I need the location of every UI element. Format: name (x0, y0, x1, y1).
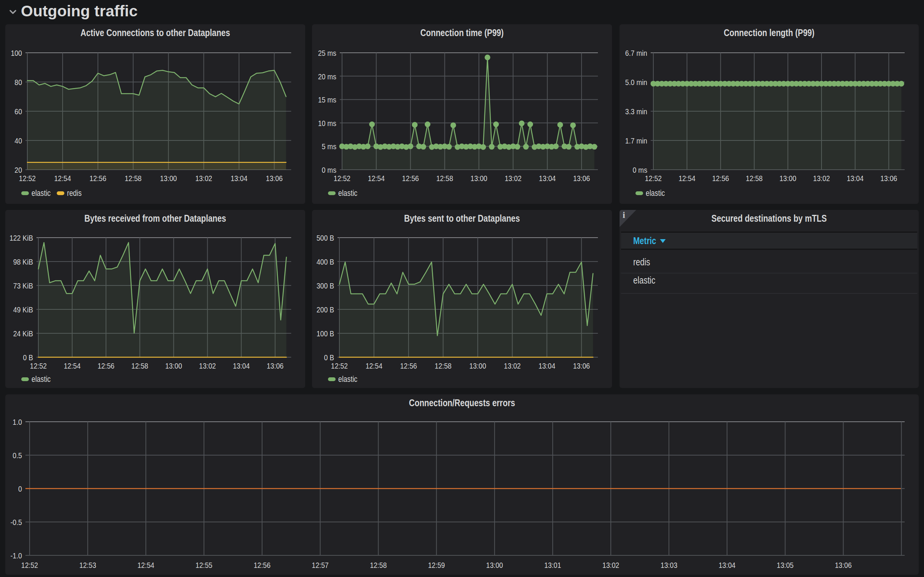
svg-text:13:04: 13:04 (539, 174, 556, 182)
svg-text:13:00: 13:00 (486, 561, 503, 569)
svg-text:12:59: 12:59 (428, 561, 445, 569)
svg-text:12:56: 12:56 (98, 361, 114, 370)
svg-text:13:06: 13:06 (835, 561, 851, 569)
svg-text:300 B: 300 B (317, 281, 334, 290)
svg-text:12:56: 12:56 (712, 174, 729, 182)
svg-text:0 B: 0 B (324, 353, 334, 362)
svg-text:13:02: 13:02 (504, 361, 521, 370)
svg-text:i: i (622, 210, 625, 220)
svg-text:100 B: 100 B (317, 329, 334, 338)
svg-text:Metric: Metric (633, 235, 656, 247)
svg-text:elastic: elastic (338, 374, 358, 384)
svg-text:13:04: 13:04 (538, 361, 555, 370)
svg-text:12:53: 12:53 (79, 561, 96, 569)
svg-text:13:04: 13:04 (847, 174, 864, 182)
svg-text:Connection/Requests errors: Connection/Requests errors (409, 397, 515, 408)
svg-text:13:00: 13:00 (470, 174, 487, 182)
svg-text:13:05: 13:05 (777, 561, 793, 569)
svg-text:13:00: 13:00 (779, 174, 796, 182)
svg-text:13:04: 13:04 (231, 174, 248, 182)
svg-text:12:54: 12:54 (678, 174, 695, 182)
svg-text:13:02: 13:02 (505, 174, 521, 182)
svg-text:0: 0 (18, 484, 22, 493)
svg-text:12:54: 12:54 (368, 174, 385, 182)
svg-text:12:52: 12:52 (334, 174, 350, 182)
svg-text:12:56: 12:56 (400, 361, 417, 370)
svg-text:13:02: 13:02 (603, 561, 619, 569)
svg-text:12:54: 12:54 (366, 361, 383, 370)
svg-text:40: 40 (15, 136, 22, 145)
svg-text:5.0 min: 5.0 min (625, 78, 647, 87)
svg-text:elastic: elastic (338, 188, 358, 198)
svg-text:1.7 min: 1.7 min (625, 136, 647, 145)
svg-text:12:58: 12:58 (125, 174, 142, 182)
svg-text:13:00: 13:00 (160, 174, 177, 182)
svg-text:13:06: 13:06 (266, 174, 282, 182)
svg-text:60: 60 (15, 107, 22, 116)
svg-text:-1.0: -1.0 (10, 551, 22, 560)
svg-text:100: 100 (11, 48, 22, 57)
svg-text:12:52: 12:52 (19, 174, 35, 182)
svg-text:1.0: 1.0 (13, 417, 22, 426)
svg-text:elastic: elastic (646, 188, 665, 198)
svg-text:20: 20 (15, 166, 22, 174)
svg-text:12:56: 12:56 (253, 561, 270, 569)
svg-text:13:02: 13:02 (195, 174, 212, 182)
svg-text:12:54: 12:54 (137, 561, 155, 569)
svg-text:98 KiB: 98 KiB (13, 257, 33, 266)
svg-text:12:58: 12:58 (435, 361, 452, 370)
svg-text:13:01: 13:01 (544, 561, 561, 569)
svg-text:Connection length (P99): Connection length (P99) (724, 27, 814, 38)
svg-text:12:52: 12:52 (30, 361, 47, 370)
svg-text:12:58: 12:58 (131, 361, 148, 370)
svg-text:5 ms: 5 ms (322, 142, 336, 151)
svg-text:12:57: 12:57 (312, 561, 328, 569)
svg-text:12:54: 12:54 (54, 174, 71, 182)
svg-text:12:58: 12:58 (370, 561, 387, 569)
svg-text:elastic: elastic (633, 274, 655, 286)
svg-text:0.5: 0.5 (13, 451, 22, 460)
svg-text:6.7 min: 6.7 min (625, 48, 647, 57)
svg-text:12:56: 12:56 (402, 174, 419, 182)
svg-text:13:04: 13:04 (233, 361, 250, 370)
svg-text:24 KiB: 24 KiB (13, 329, 33, 338)
svg-text:12:52: 12:52 (331, 361, 348, 370)
svg-text:Active Connections to other Da: Active Connections to other Dataplanes (81, 27, 230, 38)
svg-text:12:58: 12:58 (746, 174, 763, 182)
svg-text:13:03: 13:03 (661, 561, 677, 569)
svg-text:-0.5: -0.5 (10, 518, 22, 527)
svg-text:13:06: 13:06 (267, 361, 284, 370)
svg-text:13:00: 13:00 (165, 361, 182, 370)
svg-text:500 B: 500 B (317, 234, 334, 242)
svg-text:13:00: 13:00 (469, 361, 486, 370)
svg-text:Secured destinations by mTLS: Secured destinations by mTLS (711, 213, 827, 224)
svg-text:122 KiB: 122 KiB (10, 234, 33, 242)
svg-text:12:52: 12:52 (645, 174, 662, 182)
svg-text:13:06: 13:06 (573, 174, 590, 182)
svg-text:10 ms: 10 ms (318, 119, 336, 127)
svg-text:elastic: elastic (32, 188, 51, 198)
svg-text:200 B: 200 B (317, 305, 334, 314)
svg-text:20 ms: 20 ms (318, 72, 336, 81)
svg-text:redis: redis (67, 188, 82, 198)
svg-text:25 ms: 25 ms (318, 48, 336, 57)
svg-text:Bytes received from other Data: Bytes received from other Dataplanes (84, 213, 226, 224)
svg-text:0 ms: 0 ms (322, 166, 336, 174)
svg-text:0 ms: 0 ms (633, 166, 647, 174)
svg-text:12:55: 12:55 (195, 561, 212, 569)
svg-text:elastic: elastic (32, 374, 51, 384)
svg-text:12:56: 12:56 (90, 174, 106, 182)
svg-text:49 KiB: 49 KiB (13, 305, 33, 314)
svg-text:400 B: 400 B (317, 257, 334, 266)
svg-text:13:06: 13:06 (880, 174, 897, 182)
svg-text:73 KiB: 73 KiB (13, 281, 33, 290)
svg-text:Bytes sent to other Dataplanes: Bytes sent to other Dataplanes (404, 213, 520, 224)
svg-text:3.3 min: 3.3 min (625, 107, 647, 116)
svg-text:13:02: 13:02 (199, 361, 216, 370)
svg-text:13:06: 13:06 (573, 361, 590, 370)
svg-text:12:58: 12:58 (436, 174, 453, 182)
svg-text:Connection time (P99): Connection time (P99) (420, 27, 504, 38)
svg-text:13:02: 13:02 (813, 174, 830, 182)
svg-text:12:54: 12:54 (64, 361, 81, 370)
svg-text:redis: redis (633, 256, 650, 268)
